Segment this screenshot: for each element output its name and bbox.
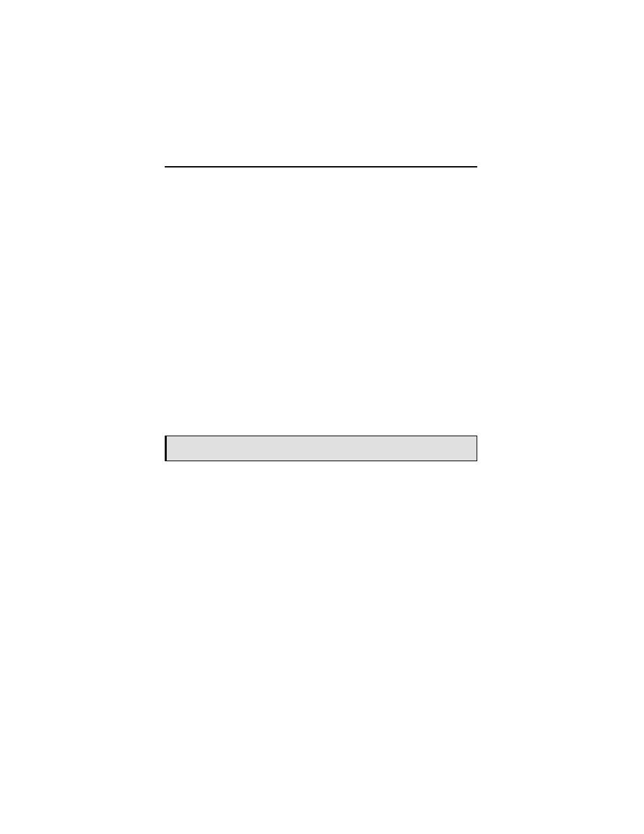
horizontal-rule <box>165 166 477 167</box>
shaded-box <box>165 436 477 461</box>
